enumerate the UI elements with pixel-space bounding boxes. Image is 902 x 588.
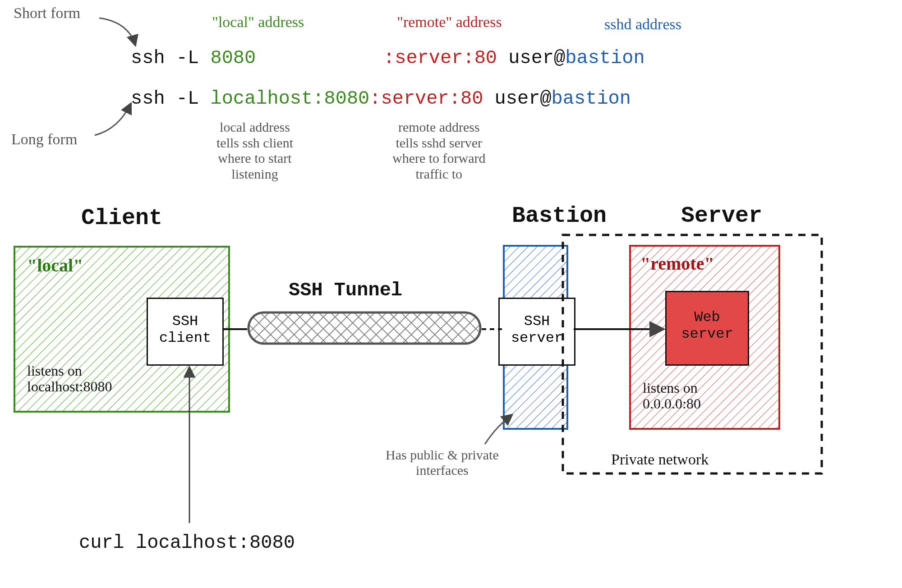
ssh-tunnel-label: SSH Tunnel [289, 280, 402, 301]
user-at-long: user@ [483, 88, 551, 110]
remote-part-short: :server:80 [383, 47, 497, 69]
short-form-arrow [99, 18, 135, 45]
ssh-command-short-tail: :server:80 user@bastion [383, 47, 645, 69]
remote-address-explanation: remote address tells sshd server where t… [392, 119, 486, 182]
remote-part-long: :server:80 [369, 88, 483, 110]
local-port-short: 8080 [210, 47, 256, 69]
long-form-label: Long form [11, 131, 77, 148]
curl-command: curl localhost:8080 [79, 532, 295, 554]
short-form-label: Short form [14, 5, 80, 22]
local-box-label: "local" [27, 255, 83, 276]
ssh-client-box: SSH client [147, 298, 224, 366]
local-address-explanation: local address tells ssh client where to … [216, 119, 293, 182]
sshd-address-heading: sshd address [604, 16, 681, 33]
local-address-heading: "local" address [212, 14, 304, 31]
bastion-title: Bastion [512, 203, 607, 229]
local-listen-text: listens on localhost:8080 [27, 363, 112, 395]
private-network-frame [561, 234, 823, 475]
private-network-label: Private network [611, 451, 709, 468]
local-addr-long: localhost:8080 [210, 88, 369, 110]
client-title: Client [81, 205, 162, 231]
server-title: Server [681, 203, 762, 229]
cmd-prefix-long: ssh -L [131, 88, 210, 110]
ssh-client-label: SSH client [148, 313, 222, 347]
bastion-interfaces-note: Has public & private interfaces [386, 447, 499, 478]
long-form-arrow [95, 104, 131, 135]
svg-rect-2 [249, 312, 480, 344]
bastion-long: bastion [552, 88, 631, 110]
cmd-prefix: ssh -L [131, 47, 210, 69]
ssh-tunnel-bar [247, 311, 482, 345]
remote-address-heading: "remote" address [397, 14, 502, 31]
user-at-short: user@ [497, 47, 565, 69]
ssh-command-long: ssh -L localhost:8080:server:80 user@bas… [131, 88, 631, 110]
svg-rect-7 [563, 235, 822, 473]
bastion-short: bastion [565, 47, 644, 69]
ssh-command-short: ssh -L 8080 [131, 47, 256, 69]
